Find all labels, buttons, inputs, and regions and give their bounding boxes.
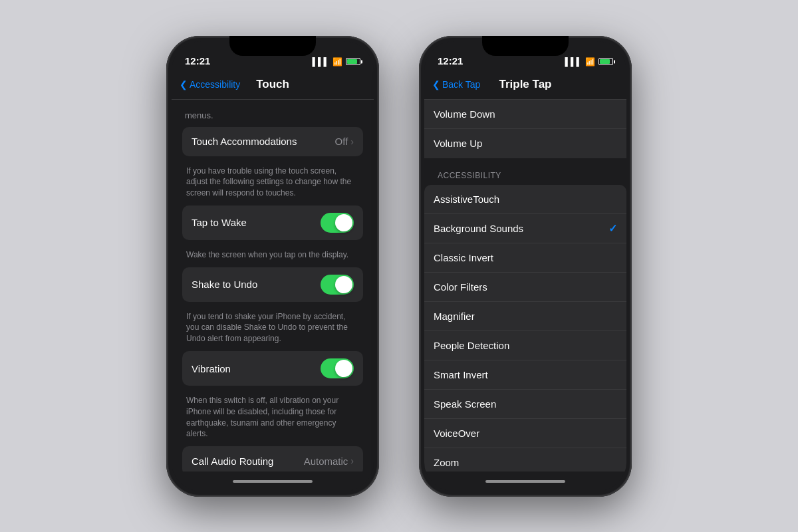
touch-accommodations-val-text: Off	[335, 136, 348, 147]
shake-to-undo-toggle[interactable]	[321, 275, 354, 295]
battery-icon	[346, 58, 360, 65]
scroll-content-1: menus. Touch Accommodations Off › If you…	[172, 100, 374, 471]
screen-1: 12:21 ▌▌▌ 📶 ❮ Accessibility Touch menus.	[172, 41, 374, 491]
shake-to-undo-label: Shake to Undo	[192, 279, 257, 290]
voiceover-row[interactable]: VoiceOver	[424, 419, 626, 448]
vibration-row[interactable]: Vibration	[182, 351, 363, 386]
touch-accommodations-value: Off ›	[335, 136, 354, 147]
touch-accommodations-desc: If you have trouble using the touch scre…	[182, 162, 363, 205]
tap-to-wake-toggle[interactable]	[321, 213, 354, 233]
background-sounds-row[interactable]: Background Sounds ✓	[424, 214, 626, 243]
assistive-touch-row[interactable]: AssistiveTouch	[424, 185, 626, 214]
nav-bar-1: ❮ Accessibility Touch	[172, 70, 374, 100]
accessibility-section-label: ACCESSIBILITY	[434, 171, 505, 180]
status-icons-1: ▌▌▌ 📶	[312, 57, 360, 66]
zoom-row[interactable]: Zoom	[424, 448, 626, 471]
shake-to-undo-knob	[335, 276, 352, 293]
notch	[229, 36, 316, 56]
assistive-touch-label: AssistiveTouch	[434, 194, 499, 205]
call-audio-routing-value: Automatic ›	[304, 456, 354, 467]
shake-to-undo-row[interactable]: Shake to Undo	[182, 267, 363, 302]
volume-down-label: Volume Down	[434, 108, 495, 120]
nav-bar-2: ❮ Back Tap Triple Tap	[424, 70, 626, 100]
notch-2	[482, 36, 569, 56]
intro-text: menus.	[182, 110, 363, 127]
speak-screen-row[interactable]: Speak Screen	[424, 390, 626, 419]
back-arrow-icon: ❮	[180, 79, 188, 90]
classic-invert-label: Classic Invert	[434, 252, 493, 263]
scroll-content-2: Volume Down Volume Up ACCESSIBILITY Assi…	[424, 100, 626, 471]
touch-accommodations-chevron: ›	[350, 136, 354, 147]
vibration-label: Vibration	[192, 363, 231, 374]
volume-down-group: Volume Down Volume Up	[424, 100, 626, 158]
magnifier-label: Magnifier	[434, 311, 475, 322]
nav-back-1[interactable]: ❮ Accessibility	[180, 79, 240, 90]
tap-to-wake-knob	[335, 214, 352, 231]
call-audio-routing-chevron: ›	[350, 456, 354, 466]
signal-icon: ▌▌▌	[312, 57, 329, 66]
magnifier-row[interactable]: Magnifier	[424, 302, 626, 331]
home-indicator-1	[172, 471, 374, 491]
vibration-group: Vibration	[182, 351, 363, 386]
tap-to-wake-label: Tap to Wake	[192, 217, 247, 228]
nav-back-2[interactable]: ❮ Back Tap	[432, 79, 480, 90]
tap-to-wake-desc: Wake the screen when you tap on the disp…	[182, 245, 363, 267]
call-audio-routing-row[interactable]: Call Audio Routing Automatic ›	[182, 446, 363, 471]
back-arrow-icon-2: ❮	[432, 79, 440, 90]
shake-to-undo-group: Shake to Undo	[182, 267, 363, 302]
content-2: Volume Down Volume Up ACCESSIBILITY Assi…	[424, 100, 626, 471]
tap-to-wake-group: Tap to Wake	[182, 205, 363, 240]
volume-down-row[interactable]: Volume Down	[424, 100, 626, 129]
vibration-toggle[interactable]	[321, 358, 354, 378]
background-sounds-checkmark: ✓	[608, 222, 617, 235]
people-detection-row[interactable]: People Detection	[424, 331, 626, 360]
home-indicator-2	[424, 471, 626, 491]
voiceover-label: VoiceOver	[434, 428, 479, 439]
nav-title-1: Touch	[256, 78, 289, 91]
battery-fill	[347, 59, 357, 64]
wifi-icon: 📶	[332, 57, 342, 66]
color-filters-label: Color Filters	[434, 281, 487, 293]
time-1: 12:21	[185, 55, 210, 66]
vibration-desc: When this switch is off, all vibration o…	[182, 391, 363, 446]
wifi-icon-2: 📶	[585, 57, 595, 66]
accessibility-header: ACCESSIBILITY	[424, 158, 626, 185]
volume-up-label: Volume Up	[434, 138, 482, 149]
battery-fill-2	[600, 59, 610, 64]
call-audio-routing-label: Call Audio Routing	[192, 456, 273, 467]
status-icons-2: ▌▌▌ 📶	[565, 57, 613, 66]
signal-icon-2: ▌▌▌	[565, 57, 582, 66]
home-bar-1	[233, 480, 313, 483]
time-2: 12:21	[438, 55, 463, 66]
battery-icon-2	[598, 58, 613, 65]
vibration-knob	[335, 360, 352, 377]
home-bar-2	[485, 480, 565, 483]
back-label-1: Accessibility	[190, 79, 240, 90]
touch-accommodations-label: Touch Accommodations	[192, 136, 297, 147]
people-detection-label: People Detection	[434, 340, 509, 351]
tap-to-wake-row[interactable]: Tap to Wake	[182, 205, 363, 240]
phone-1: 12:21 ▌▌▌ 📶 ❮ Accessibility Touch menus.	[166, 36, 379, 497]
smart-invert-row[interactable]: Smart Invert	[424, 360, 626, 390]
shake-to-undo-desc: If you tend to shake your iPhone by acci…	[182, 307, 363, 351]
touch-accommodations-row[interactable]: Touch Accommodations Off ›	[182, 127, 363, 156]
volume-up-row[interactable]: Volume Up	[424, 129, 626, 158]
speak-screen-label: Speak Screen	[434, 398, 496, 410]
content-1: menus. Touch Accommodations Off › If you…	[172, 100, 374, 471]
zoom-label: Zoom	[434, 457, 459, 468]
touch-accommodations-group: Touch Accommodations Off ›	[182, 127, 363, 156]
smart-invert-label: Smart Invert	[434, 369, 488, 380]
back-label-2: Back Tap	[442, 79, 480, 90]
nav-title-2: Triple Tap	[499, 78, 551, 91]
screen-2: 12:21 ▌▌▌ 📶 ❮ Back Tap Triple Tap	[424, 41, 626, 491]
call-audio-routing-val-text: Automatic	[304, 456, 348, 467]
call-audio-group: Call Audio Routing Automatic ›	[182, 446, 363, 471]
accessibility-group: AssistiveTouch Background Sounds ✓ Class…	[424, 185, 626, 471]
phone-2: 12:21 ▌▌▌ 📶 ❮ Back Tap Triple Tap	[419, 36, 632, 497]
color-filters-row[interactable]: Color Filters	[424, 273, 626, 302]
classic-invert-row[interactable]: Classic Invert	[424, 243, 626, 273]
background-sounds-label: Background Sounds	[434, 223, 523, 234]
